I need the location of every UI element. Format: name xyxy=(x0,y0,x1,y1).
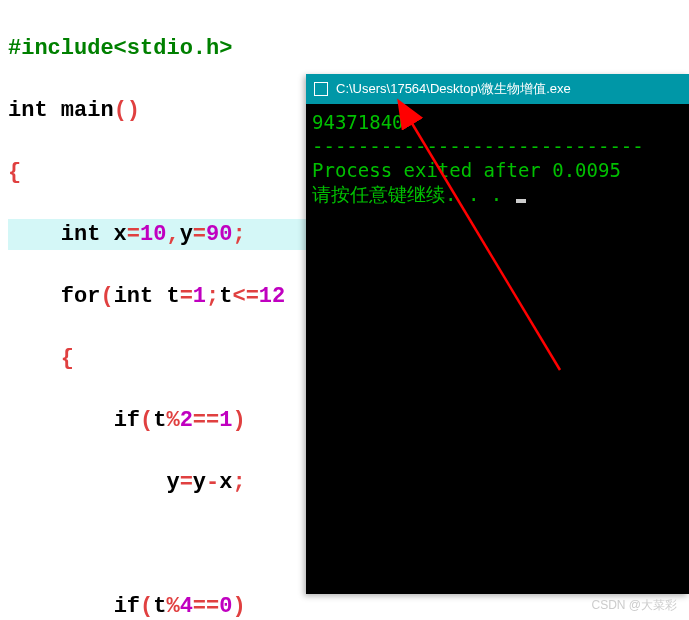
console-app-icon xyxy=(314,82,328,96)
separator-line: ----------------------------- xyxy=(312,135,644,157)
cursor-icon xyxy=(516,199,526,203)
preprocessor: #include<stdio.h> xyxy=(8,36,232,61)
console-titlebar[interactable]: C:\Users\17564\Desktop\微生物增值.exe xyxy=(306,74,689,104)
console-body[interactable]: 94371840 ----------------------------- P… xyxy=(306,104,689,594)
console-window[interactable]: C:\Users\17564\Desktop\微生物增值.exe 9437184… xyxy=(306,74,689,594)
program-output: 94371840 xyxy=(312,111,404,133)
console-title: C:\Users\17564\Desktop\微生物增值.exe xyxy=(336,80,571,98)
watermark: CSDN @大菜彩 xyxy=(591,597,677,614)
press-any-key: 请按任意键继续. . . xyxy=(312,183,514,205)
exit-message: Process exited after 0.0095 xyxy=(312,159,621,181)
